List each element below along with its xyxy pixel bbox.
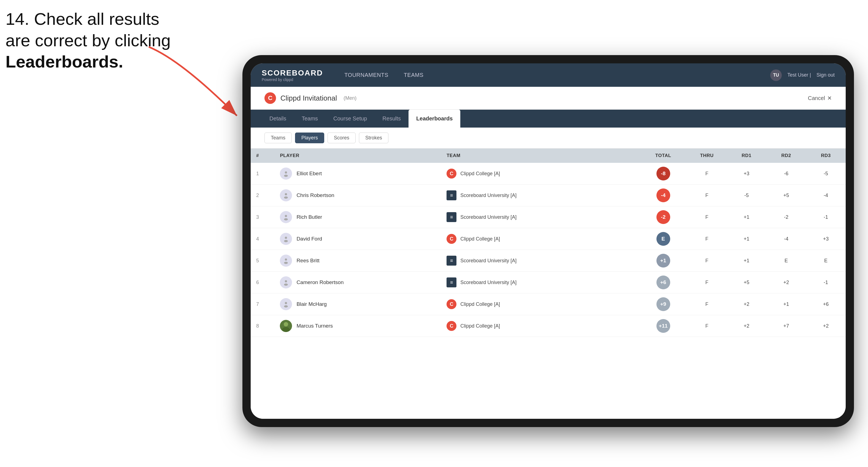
total-badge: E xyxy=(656,232,670,246)
sub-nav: Details Teams Course Setup Results Leade… xyxy=(251,110,846,128)
total-cell: -4 xyxy=(639,185,687,206)
svg-point-2 xyxy=(284,175,288,177)
col-header-rd2: RD2 xyxy=(766,149,806,163)
filter-players[interactable]: Players xyxy=(295,132,324,143)
filter-teams[interactable]: Teams xyxy=(265,132,292,143)
team-logo: C xyxy=(446,299,457,309)
logo-area: SCOREBOARD Powered by clippd xyxy=(262,69,323,82)
filter-row: Teams Players Scores Strokes xyxy=(251,128,846,149)
sign-out-link[interactable]: Sign out xyxy=(816,72,835,78)
player-avatar xyxy=(280,211,292,223)
team-cell: ≡ Scoreboard University [A] xyxy=(441,250,639,272)
total-badge: +1 xyxy=(656,254,670,268)
tab-results[interactable]: Results xyxy=(375,110,408,128)
col-header-rd3: RD3 xyxy=(806,149,846,163)
rd2-cell: +2 xyxy=(766,272,806,293)
team-cell: ≡ Scoreboard University [A] xyxy=(441,206,639,228)
rd3-cell: -1 xyxy=(806,206,846,228)
rd3-cell: E xyxy=(806,250,846,272)
team-name: Scoreboard University [A] xyxy=(460,214,517,220)
svg-point-14 xyxy=(284,305,288,308)
tournament-icon: C xyxy=(265,92,276,104)
team-name: Scoreboard University [A] xyxy=(460,193,517,198)
total-badge: +11 xyxy=(656,319,670,333)
rd3-cell: -1 xyxy=(806,272,846,293)
player-name: Blair McHarg xyxy=(297,301,327,307)
logo-text: SCOREBOARD xyxy=(262,69,323,77)
tab-details[interactable]: Details xyxy=(262,110,294,128)
thru-cell: F xyxy=(687,293,727,315)
row-num: 5 xyxy=(251,250,274,272)
rd2-cell: +5 xyxy=(766,185,806,206)
row-num: 1 xyxy=(251,163,274,185)
total-cell: +9 xyxy=(639,293,687,315)
thru-cell: F xyxy=(687,163,727,185)
player-avatar xyxy=(280,189,292,201)
team-cell: ≡ Scoreboard University [A] xyxy=(441,185,639,206)
player-cell: Marcus Turners xyxy=(274,315,441,337)
nav-teams[interactable]: TEAMS xyxy=(396,63,431,87)
rd2-cell: -6 xyxy=(766,163,806,185)
rd3-cell: +6 xyxy=(806,293,846,315)
total-cell: -2 xyxy=(639,206,687,228)
player-avatar xyxy=(280,167,292,180)
total-cell: +1 xyxy=(639,250,687,272)
svg-point-4 xyxy=(284,196,288,199)
filter-strokes[interactable]: Strokes xyxy=(359,132,389,143)
player-cell: Elliot Ebert xyxy=(274,163,441,185)
player-name: Marcus Turners xyxy=(297,323,333,329)
team-logo: ≡ xyxy=(446,190,457,200)
svg-point-11 xyxy=(285,280,287,282)
player-avatar xyxy=(280,233,292,245)
svg-point-1 xyxy=(285,172,287,174)
col-header-player: PLAYER xyxy=(274,149,441,163)
team-cell: C Clippd College [A] xyxy=(441,163,639,185)
tournament-header: C Clippd Invitational (Men) Cancel ✕ xyxy=(251,87,846,110)
svg-point-16 xyxy=(284,322,288,326)
svg-point-10 xyxy=(284,262,288,264)
tab-leaderboards[interactable]: Leaderboards xyxy=(408,110,460,128)
row-num: 8 xyxy=(251,315,274,337)
total-cell: +6 xyxy=(639,272,687,293)
player-avatar xyxy=(280,255,292,267)
total-cell: +11 xyxy=(639,315,687,337)
header-right: TU Test User | Sign out xyxy=(770,69,835,81)
thru-cell: F xyxy=(687,250,727,272)
cancel-button[interactable]: Cancel ✕ xyxy=(808,95,832,101)
rd1-cell: +3 xyxy=(727,163,766,185)
table-row: 8 Marcus Turners C Clippd College [A] +1… xyxy=(251,315,846,337)
svg-point-7 xyxy=(285,237,287,239)
player-avatar xyxy=(280,276,292,288)
team-name: Clippd College [A] xyxy=(460,323,500,329)
filter-scores[interactable]: Scores xyxy=(328,132,355,143)
player-name: Cameron Robertson xyxy=(297,279,343,285)
instruction-text: 14. Check all results are correct by cli… xyxy=(5,8,171,72)
leaderboard-table-container: # PLAYER TEAM TOTAL THRU RD1 RD2 RD3 1 xyxy=(251,149,846,419)
logo-sub: Powered by clippd xyxy=(262,77,323,82)
player-cell: Blair McHarg xyxy=(274,293,441,315)
rd1-cell: +1 xyxy=(727,206,766,228)
total-badge: +9 xyxy=(656,297,670,311)
svg-point-13 xyxy=(285,302,287,304)
leaderboard-table: # PLAYER TEAM TOTAL THRU RD1 RD2 RD3 1 xyxy=(251,149,846,337)
total-badge: -8 xyxy=(656,167,670,181)
user-avatar: TU xyxy=(770,69,782,81)
team-name: Clippd College [A] xyxy=(460,171,500,177)
player-name: David Ford xyxy=(297,236,322,242)
rd2-cell: E xyxy=(766,250,806,272)
rd2-cell: -2 xyxy=(766,206,806,228)
table-row: 2 Chris Robertson ≡ Scoreboard Universit… xyxy=(251,185,846,206)
thru-cell: F xyxy=(687,272,727,293)
thru-cell: F xyxy=(687,315,727,337)
tab-teams[interactable]: Teams xyxy=(294,110,326,128)
tournament-badge: (Men) xyxy=(343,95,356,101)
team-cell: C Clippd College [A] xyxy=(441,315,639,337)
col-header-total: TOTAL xyxy=(639,149,687,163)
table-header-row: # PLAYER TEAM TOTAL THRU RD1 RD2 RD3 xyxy=(251,149,846,163)
player-name: Rich Butler xyxy=(297,214,322,220)
rd3-cell: +2 xyxy=(806,315,846,337)
nav-tournaments[interactable]: TOURNAMENTS xyxy=(337,63,396,87)
tab-course-setup[interactable]: Course Setup xyxy=(326,110,375,128)
rd3-cell: -4 xyxy=(806,185,846,206)
row-num: 3 xyxy=(251,206,274,228)
